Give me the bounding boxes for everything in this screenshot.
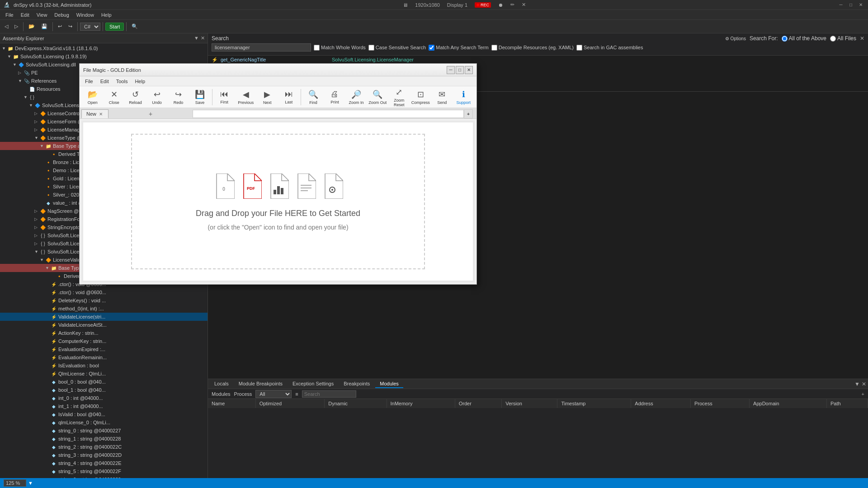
tab-breakpoints[interactable]: Breakpoints bbox=[339, 380, 374, 388]
minimize-btn[interactable]: ─ bbox=[837, 1, 844, 9]
toolbar-open-btn[interactable]: 📂 bbox=[26, 21, 38, 32]
tab-exception-settings[interactable]: Exception Settings bbox=[288, 380, 338, 388]
case-sensitive-check[interactable] bbox=[368, 45, 374, 51]
fm-menu-file[interactable]: File bbox=[81, 78, 97, 85]
fm-last-btn[interactable]: ⏭ Last bbox=[278, 87, 299, 107]
fm-next-btn[interactable]: ▶ Next bbox=[257, 87, 278, 107]
fm-maximize-btn[interactable]: □ bbox=[456, 66, 464, 74]
tree-item[interactable]: ◆string_0 : string @04000227 bbox=[0, 427, 208, 435]
fm-undo-btn[interactable]: ↩ Undo bbox=[146, 87, 167, 107]
menu-file[interactable]: File bbox=[2, 11, 17, 19]
fm-compress-btn[interactable]: ⊡ Compress bbox=[410, 87, 431, 107]
fm-find-btn[interactable]: 🔍 Find bbox=[303, 87, 323, 107]
fm-first-btn[interactable]: ⏮ First bbox=[214, 87, 235, 107]
tree-item[interactable]: ◆int_0 : int @04000... bbox=[0, 394, 208, 402]
toolbar-redo-btn[interactable]: ↪ bbox=[66, 21, 75, 32]
fm-save-btn[interactable]: 💾 Save bbox=[189, 87, 210, 107]
toolbar-undo-btn[interactable]: ↩ bbox=[55, 21, 65, 32]
fm-open-btn[interactable]: 📂 Open bbox=[82, 87, 103, 107]
tree-item[interactable]: ◆string_5 : string @0400022F bbox=[0, 467, 208, 475]
tree-item[interactable]: ◆string_3 : string @0400022D bbox=[0, 451, 208, 459]
toolbar-forward-btn[interactable]: ▷ bbox=[12, 21, 21, 32]
titlebar-close-btn[interactable]: ✕ bbox=[522, 2, 526, 8]
search-result-row[interactable]: ⚡ get_GenericNagTitle SolvuSoft.Licensin… bbox=[208, 56, 868, 64]
fm-zoom-reset-btn[interactable]: ⤢ Zoom Reset bbox=[389, 87, 409, 107]
search-gac-opt[interactable]: Search in GAC assemblies bbox=[576, 45, 643, 51]
search-for-all-files[interactable]: All Files bbox=[830, 35, 856, 42]
tree-item[interactable]: ⚡QlmLicense : QlmLi... bbox=[0, 370, 208, 378]
tree-item[interactable]: ⚡ValidateLicense(stri... bbox=[0, 313, 208, 321]
tree-item[interactable]: ◆string_1 : string @04000228 bbox=[0, 435, 208, 443]
tree-item[interactable]: ⚡EvaluationRemainin... bbox=[0, 353, 208, 361]
fm-tab-new[interactable]: New ✕ bbox=[81, 109, 108, 118]
search-close-btn[interactable]: ✕ bbox=[860, 35, 864, 42]
tree-item[interactable]: ◆bool_1 : bool @040... bbox=[0, 386, 208, 394]
match-any-check[interactable] bbox=[429, 45, 434, 51]
start-btn[interactable]: Start bbox=[105, 23, 124, 31]
search-options-btn[interactable]: ⚙ Options bbox=[725, 36, 746, 41]
close-btn[interactable]: ✕ bbox=[857, 1, 864, 9]
tree-item[interactable]: ⚡.ctor() : void @0600... bbox=[0, 288, 208, 296]
fm-send-btn[interactable]: ✉ Send bbox=[432, 87, 452, 107]
toolbar-save-btn[interactable]: 💾 bbox=[38, 21, 50, 32]
menu-edit[interactable]: Edit bbox=[17, 11, 33, 19]
tree-item[interactable]: ◆qlmLicense_0 : QlmLi... bbox=[0, 418, 208, 427]
tree-item[interactable]: ⚡EvaluationExpired :... bbox=[0, 345, 208, 353]
record-btn[interactable]: ⏺ bbox=[498, 2, 503, 8]
tree-item[interactable]: ⚡ValidateLicenseAtSt... bbox=[0, 321, 208, 329]
fm-zoom-in-btn[interactable]: 🔎 Zoom In bbox=[346, 87, 366, 107]
fm-drop-area[interactable]: 0 PDF bbox=[131, 134, 425, 269]
tree-item[interactable]: ◆bool_0 : bool @040... bbox=[0, 378, 208, 386]
toolbar-back-btn[interactable]: ◁ bbox=[2, 21, 11, 32]
match-whole-words-check[interactable] bbox=[314, 45, 320, 51]
fm-support-btn[interactable]: ℹ Support bbox=[453, 87, 473, 107]
tree-item[interactable]: ◆string_4 : string @0400022E bbox=[0, 459, 208, 467]
tree-item[interactable]: ⚡method_0(int, int) :... bbox=[0, 305, 208, 313]
fm-previous-btn[interactable]: ◀ Previous bbox=[236, 87, 256, 107]
fm-menu-help[interactable]: Help bbox=[131, 78, 149, 85]
search-btn[interactable]: 🔍 bbox=[129, 21, 141, 32]
fm-address-bar[interactable] bbox=[193, 110, 464, 118]
bottom-panel-close[interactable]: ✕ bbox=[862, 381, 866, 387]
fm-menu-edit[interactable]: Edit bbox=[97, 78, 113, 85]
fm-menu-tools[interactable]: Tools bbox=[113, 78, 132, 85]
fm-minimize-btn[interactable]: ─ bbox=[447, 66, 455, 74]
menu-debug[interactable]: Debug bbox=[51, 11, 72, 19]
tree-item[interactable]: ⚡ComputerKey : strin... bbox=[0, 337, 208, 345]
modules-search-input[interactable] bbox=[302, 390, 356, 398]
fm-print-btn[interactable]: 🖨 Print bbox=[325, 87, 345, 107]
assembly-close-btn[interactable]: ✕ bbox=[201, 35, 205, 41]
search-for-all-above-radio[interactable] bbox=[782, 36, 788, 42]
assembly-collapse-btn[interactable]: ▼ bbox=[194, 35, 199, 41]
process-select[interactable]: All bbox=[255, 390, 292, 398]
tree-item[interactable]: ▼📁SolvuSoft.Licensing (1.9.8.19) bbox=[0, 52, 208, 61]
match-any-opt[interactable]: Match Any Search Term bbox=[429, 45, 489, 51]
modules-add-btn[interactable]: + bbox=[862, 391, 864, 397]
fm-close-btn[interactable]: ✕ bbox=[465, 66, 473, 74]
zoom-dropdown[interactable]: ▼ bbox=[28, 480, 33, 486]
tree-item[interactable]: ⚡ActionKey : strin... bbox=[0, 329, 208, 337]
fm-reload-btn[interactable]: ↺ Reload bbox=[125, 87, 146, 107]
search-for-all-files-radio[interactable] bbox=[830, 36, 836, 42]
case-sensitive-opt[interactable]: Case Sensitive Search bbox=[368, 45, 426, 51]
menu-help[interactable]: Help bbox=[98, 11, 115, 19]
tree-item[interactable]: ◆IsValid : bool @040... bbox=[0, 410, 208, 418]
tab-modules[interactable]: Modules bbox=[375, 380, 403, 388]
tab-module-breakpoints[interactable]: Module Breakpoints bbox=[234, 380, 287, 388]
fm-redo-btn[interactable]: ↪ Redo bbox=[168, 87, 189, 107]
tree-item[interactable]: ⚡IsEvaluation : bool bbox=[0, 361, 208, 370]
tab-locals[interactable]: Locals bbox=[210, 380, 233, 388]
match-whole-words-opt[interactable]: Match Whole Words bbox=[314, 45, 366, 51]
fm-address-go-btn[interactable]: + bbox=[464, 109, 473, 118]
tree-item[interactable]: ◆int_1 : int @04000... bbox=[0, 402, 208, 410]
search-for-all-above[interactable]: All of the Above bbox=[782, 35, 826, 42]
menu-window[interactable]: Window bbox=[73, 11, 98, 19]
menu-view[interactable]: View bbox=[33, 11, 51, 19]
tree-item[interactable]: ◆string_2 : string @0400022C bbox=[0, 443, 208, 451]
tree-item[interactable]: ⚡DeleteKeys() : void ... bbox=[0, 296, 208, 305]
language-select[interactable]: C# VB IL bbox=[80, 23, 100, 31]
decompile-resources-opt[interactable]: Decompile Resources (eg. XAML) bbox=[491, 45, 574, 51]
bottom-panel-minimize[interactable]: ▼ bbox=[854, 381, 860, 387]
search-gac-check[interactable] bbox=[576, 45, 582, 51]
tree-item[interactable]: ▼📁DevExpress.XtraGrid.v18.1 (18.1.6.0) bbox=[0, 44, 208, 52]
